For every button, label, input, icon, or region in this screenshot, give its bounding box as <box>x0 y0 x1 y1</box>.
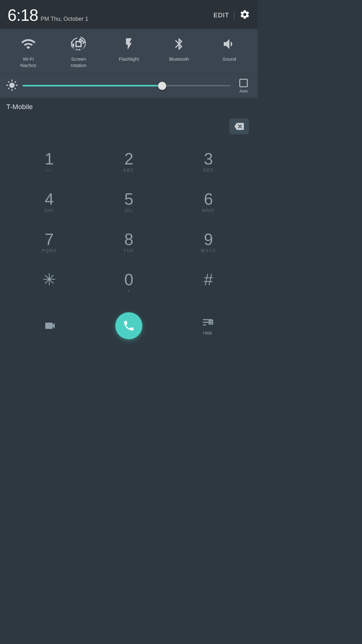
qs-flashlight[interactable]: Flashlight <box>107 35 151 62</box>
bottom-bar: Hide <box>0 306 258 348</box>
hide-dialpad-button[interactable]: Hide <box>192 316 223 336</box>
wifi-icon <box>19 35 37 53</box>
dial-key-2[interactable]: 2 ABC <box>89 142 168 182</box>
svg-point-2 <box>212 320 213 322</box>
svg-point-3 <box>209 320 210 322</box>
svg-point-7 <box>210 323 212 325</box>
video-call-button[interactable] <box>34 319 66 332</box>
flashlight-icon <box>120 35 138 53</box>
qs-wifi-label: Wi-FiNachos <box>20 56 36 68</box>
backspace-button[interactable] <box>229 119 249 134</box>
brightness-row: Auto <box>0 73 258 98</box>
dial-key-7[interactable]: 7 PQRS <box>9 222 89 263</box>
dial-key-3[interactable]: 3 DEF <box>169 142 248 182</box>
sound-icon <box>221 35 238 53</box>
time-detail: PM Thu, October 1 <box>41 16 88 22</box>
edit-button[interactable]: EDIT <box>213 12 229 19</box>
status-bar: 6:18 PM Thu, October 1 EDIT <box>0 0 258 29</box>
dial-key-9[interactable]: 9 WXYZ <box>169 222 248 263</box>
brightness-slider[interactable] <box>23 81 231 90</box>
qs-flashlight-label: Flashlight <box>119 56 139 62</box>
bluetooth-icon <box>170 35 188 53</box>
svg-point-5 <box>212 322 213 323</box>
hide-dialpad-label: Hide <box>203 330 212 336</box>
slider-thumb[interactable] <box>158 82 166 90</box>
svg-point-4 <box>210 322 212 323</box>
dial-key-hash[interactable]: # <box>169 263 248 303</box>
quick-settings-row: Wi-FiNachos Screenrotation Flashlight <box>3 35 255 68</box>
svg-point-6 <box>209 322 210 323</box>
time-section: 6:18 PM Thu, October 1 <box>8 6 88 25</box>
quick-settings-panel: Wi-FiNachos Screenrotation Flashlight <box>0 29 258 73</box>
qs-bluetooth-label: Bluetooth <box>169 56 189 62</box>
dial-key-1[interactable]: 1 ○○ <box>9 142 89 182</box>
settings-icon[interactable] <box>239 9 250 21</box>
qs-sound-label: Sound <box>222 56 236 62</box>
svg-rect-0 <box>240 79 247 87</box>
qs-screen-rotation-label: Screenrotation <box>71 56 86 68</box>
backspace-row <box>0 115 258 136</box>
qs-screen-rotation[interactable]: Screenrotation <box>57 35 101 68</box>
svg-point-1 <box>210 320 212 322</box>
dial-key-6[interactable]: 6 MNO <box>169 182 248 222</box>
auto-brightness-label: Auto <box>239 89 248 93</box>
dialpad-grid: 1 ○○ 2 ABC 3 DEF 4 GHI 5 JKL 6 MNO 7 PQR… <box>0 136 258 306</box>
status-right: EDIT <box>213 9 250 21</box>
slider-fill <box>23 85 162 86</box>
dial-key-0[interactable]: 0 + <box>89 263 168 303</box>
carrier-label: T-Mobile <box>0 98 258 115</box>
auto-brightness-button[interactable]: Auto <box>235 78 252 93</box>
divider <box>234 11 234 19</box>
dialpad-area: 1 ○○ 2 ABC 3 DEF 4 GHI 5 JKL 6 MNO 7 PQR… <box>0 115 258 348</box>
time-display: 6:18 <box>8 6 38 25</box>
svg-point-8 <box>212 323 213 325</box>
qs-sound[interactable]: Sound <box>207 35 251 62</box>
dial-key-8[interactable]: 8 TUV <box>89 222 168 263</box>
qs-bluetooth[interactable]: Bluetooth <box>157 35 201 62</box>
dial-key-star[interactable]: ✳ <box>9 263 89 303</box>
svg-point-9 <box>209 323 210 325</box>
brightness-icon <box>6 79 18 93</box>
slider-track <box>23 85 231 86</box>
dial-key-5[interactable]: 5 JKL <box>89 182 168 222</box>
screen-rotation-icon <box>70 35 87 53</box>
dial-key-4[interactable]: 4 GHI <box>9 182 89 222</box>
qs-wifi[interactable]: Wi-FiNachos <box>6 35 50 68</box>
call-button[interactable] <box>115 312 142 339</box>
